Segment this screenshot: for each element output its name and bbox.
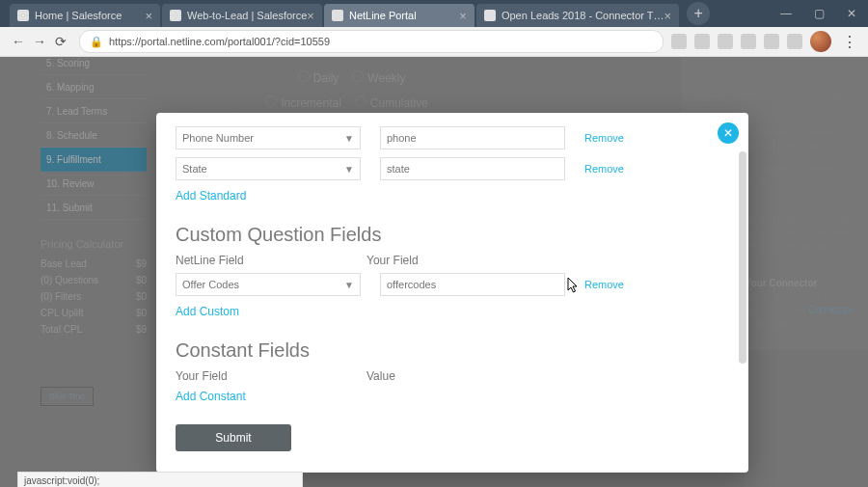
netline-field-select[interactable]: State▼ bbox=[176, 157, 361, 180]
address-bar[interactable]: 🔒 https://portal.netline.com/portal001/?… bbox=[79, 30, 664, 53]
submit-button[interactable]: Submit bbox=[176, 424, 291, 451]
modal-close-button[interactable]: ✕ bbox=[718, 122, 739, 144]
custom-field-row: Offer Codes▼ offercodes Remove bbox=[176, 273, 721, 296]
profile-avatar[interactable] bbox=[810, 31, 831, 52]
remove-link[interactable]: Remove bbox=[584, 132, 624, 144]
your-field-input[interactable]: state bbox=[380, 157, 565, 180]
add-standard-link[interactable]: Add Standard bbox=[176, 189, 246, 203]
netline-field-select[interactable]: Phone Number▼ bbox=[176, 126, 361, 149]
browser-tab-strip: Home | Salesforce × Web-to-Lead | Salesf… bbox=[0, 0, 868, 27]
close-icon[interactable]: × bbox=[307, 10, 314, 22]
tab-label: NetLine Portal bbox=[349, 10, 417, 21]
browser-tab[interactable]: Home | Salesforce × bbox=[10, 4, 160, 27]
your-field-input[interactable]: offercodes bbox=[380, 273, 565, 296]
menu-icon[interactable]: ⋮ bbox=[839, 33, 860, 51]
custom-fields-heading: Custom Question Fields bbox=[176, 224, 721, 246]
status-bar: javascript:void(0); bbox=[17, 472, 303, 487]
extension-icon[interactable] bbox=[787, 34, 802, 49]
extension-icon[interactable] bbox=[671, 34, 687, 49]
standard-field-row: State▼ state Remove bbox=[176, 157, 721, 180]
scrollbar-thumb[interactable] bbox=[739, 151, 746, 364]
favicon bbox=[170, 10, 181, 21]
remove-link[interactable]: Remove bbox=[584, 279, 624, 290]
constant-fields-heading: Constant Fields bbox=[176, 339, 721, 362]
tab-label: Web-to-Lead | Salesforce bbox=[187, 10, 307, 21]
netline-field-select[interactable]: Offer Codes▼ bbox=[176, 273, 361, 296]
favicon bbox=[17, 10, 29, 21]
add-custom-link[interactable]: Add Custom bbox=[176, 305, 239, 318]
page-body: Fulfillment Frequency Daily Weekly Fulfi… bbox=[0, 57, 868, 487]
lock-icon: 🔒 bbox=[90, 36, 103, 48]
tab-label: Open Leads 2018 - Connector T… bbox=[502, 10, 665, 21]
close-window-icon[interactable]: ✕ bbox=[835, 0, 868, 27]
chevron-down-icon: ▼ bbox=[344, 164, 354, 175]
column-headers: NetLine FieldYour Field bbox=[176, 254, 721, 267]
minimize-icon[interactable]: — bbox=[770, 0, 802, 27]
window-controls: — ▢ ✕ bbox=[770, 0, 868, 27]
field-mapping-modal: ✕ Phone Number▼ phone Remove State▼ stat… bbox=[156, 113, 748, 473]
browser-tab[interactable]: Web-to-Lead | Salesforce × bbox=[162, 4, 322, 27]
new-tab-button[interactable]: + bbox=[687, 2, 710, 25]
close-icon[interactable]: × bbox=[145, 10, 152, 22]
close-icon[interactable]: × bbox=[665, 10, 672, 22]
url-text: https://portal.netline.com/portal001/?ci… bbox=[109, 36, 330, 47]
favicon bbox=[332, 10, 343, 21]
extension-icon[interactable] bbox=[718, 34, 733, 49]
favicon bbox=[484, 10, 496, 21]
column-headers: Your FieldValue bbox=[176, 369, 721, 383]
close-icon[interactable]: × bbox=[459, 10, 467, 22]
your-field-input[interactable]: phone bbox=[380, 126, 565, 149]
browser-tab-active[interactable]: NetLine Portal × bbox=[324, 4, 475, 27]
standard-field-row: Phone Number▼ phone Remove bbox=[176, 126, 721, 149]
back-button[interactable]: ← bbox=[8, 31, 29, 52]
browser-toolbar: ← → ⟳ 🔒 https://portal.netline.com/porta… bbox=[0, 27, 868, 57]
reload-button[interactable]: ⟳ bbox=[50, 31, 71, 52]
tab-label: Home | Salesforce bbox=[35, 10, 122, 21]
maximize-icon[interactable]: ▢ bbox=[802, 0, 835, 27]
remove-link[interactable]: Remove bbox=[584, 163, 624, 175]
extension-icon[interactable] bbox=[764, 34, 779, 49]
chevron-down-icon: ▼ bbox=[344, 280, 354, 290]
extension-icon[interactable] bbox=[741, 34, 756, 49]
extension-icons: ⋮ bbox=[671, 31, 860, 52]
add-constant-link[interactable]: Add Constant bbox=[176, 390, 246, 403]
forward-button[interactable]: → bbox=[29, 31, 50, 52]
extension-icon[interactable] bbox=[694, 34, 710, 49]
chevron-down-icon: ▼ bbox=[344, 133, 354, 144]
browser-tab[interactable]: Open Leads 2018 - Connector T… × bbox=[476, 4, 679, 27]
